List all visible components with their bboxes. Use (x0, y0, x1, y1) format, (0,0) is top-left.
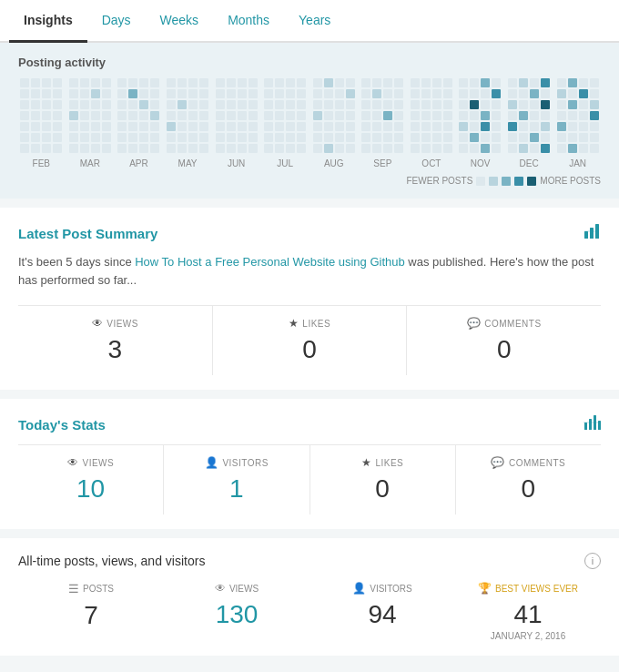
heatmap-cell (80, 78, 89, 87)
heatmap-cell (346, 89, 355, 98)
heatmap-cell (102, 100, 111, 109)
heatmap-cell (264, 122, 273, 131)
heatmap-cell (53, 111, 62, 120)
heatmap-cell (590, 78, 599, 87)
heatmap-cell (372, 89, 381, 98)
heatmap-cell (557, 122, 566, 131)
heatmap-cell (361, 78, 370, 87)
heatmap-cell (372, 144, 381, 153)
heatmap-cell (568, 100, 577, 109)
month-label-jun: JUN (228, 158, 245, 168)
heatmap-cell (238, 122, 247, 131)
tab-insights[interactable]: Insights (9, 0, 87, 43)
heatmap-cell (69, 78, 78, 87)
heatmap-cell (470, 122, 479, 131)
heatmap-cell (346, 111, 355, 120)
heatmap-cell (421, 133, 431, 142)
heatmap-cell (167, 100, 176, 109)
heatmap-cell (178, 89, 187, 98)
heatmap-cell (286, 144, 295, 153)
tab-weeks[interactable]: Weeks (146, 0, 214, 43)
heatmap-cell (443, 133, 452, 142)
heatmap-cell (394, 89, 403, 98)
heatmap-cell (590, 89, 599, 98)
heatmap-cell (372, 100, 381, 109)
heatmap-cell (324, 122, 333, 131)
heatmap-cell (139, 89, 148, 98)
heatmap-cell (481, 122, 490, 131)
heatmap-cell (432, 111, 441, 120)
heatmap-cell (432, 133, 441, 142)
todays-stats-section: Today's Stats 👁 VIEWS 10 👤 VISITORS (0, 399, 619, 529)
month-label-nov: NOV (471, 158, 491, 168)
heatmap-cell (69, 122, 78, 131)
heatmap-cell (459, 89, 468, 98)
tab-days[interactable]: Days (87, 0, 146, 43)
heatmap-cell (249, 133, 258, 142)
heatmap-cell (557, 133, 566, 142)
heatmap-cell (411, 89, 420, 98)
heatmap-cell (557, 111, 566, 120)
svg-rect-4 (584, 423, 587, 430)
legend-cell-0 (476, 177, 485, 186)
heatmap-cell (530, 111, 539, 120)
alltime-posts-item: ☰ POSTS 7 (18, 582, 164, 641)
heatmap-cell (275, 100, 284, 109)
alltime-visitors-label: 👤 VISITORS (352, 582, 412, 595)
heatmap-cell (42, 78, 51, 87)
more-posts-label: MORE POSTS (540, 176, 601, 186)
heatmap-cell (443, 100, 452, 109)
tab-months[interactable]: Months (213, 0, 284, 43)
heatmap-cell (53, 144, 62, 153)
alltime-views-value: 130 (216, 600, 259, 629)
heatmap-cell (579, 111, 588, 120)
latest-views-value: 3 (108, 335, 123, 364)
heatmap-cell (227, 89, 236, 98)
heatmap-cell (443, 89, 452, 98)
heatmap-cell (69, 144, 78, 153)
heatmap-cell (199, 89, 208, 98)
heatmap-cell (178, 111, 187, 120)
heatmap-cell (459, 100, 468, 109)
heatmap-cell (297, 100, 306, 109)
heatmap-cell (579, 100, 588, 109)
heatmap-cell (275, 111, 284, 120)
heatmap-cell (297, 133, 306, 142)
heatmap-cell (335, 122, 344, 131)
heatmap-cell (508, 100, 517, 109)
heatmap-cell (481, 89, 490, 98)
heatmap-month-jan: JAN (554, 78, 601, 168)
heatmap-cell (335, 89, 344, 98)
heatmap-cell (519, 100, 528, 109)
heatmap-cell (275, 89, 284, 98)
heatmap-cell (372, 133, 381, 142)
heatmap-month-oct: OCT (409, 78, 455, 168)
heatmap-cell (264, 133, 273, 142)
heatmap-cell (91, 111, 100, 120)
heatmap-cell (346, 144, 355, 153)
heatmap-cell (324, 78, 333, 87)
heatmap-cell (42, 144, 51, 153)
eye-icon-views: 👁 (92, 317, 104, 330)
heatmap-cell (443, 78, 452, 87)
heatmap-month-may: MAY (165, 78, 211, 168)
heatmap-cell (568, 111, 577, 120)
heatmap-cell (372, 78, 381, 87)
heatmap-cell (80, 133, 89, 142)
heatmap-cell (128, 144, 137, 153)
nav-tabs: Insights Days Weeks Months Years (0, 0, 619, 43)
heatmap-cell (128, 89, 137, 98)
heatmap-cell (139, 133, 148, 142)
heatmap-cell (383, 100, 392, 109)
tab-years[interactable]: Years (284, 0, 345, 43)
heatmap-cell (264, 144, 273, 153)
info-icon[interactable]: i (584, 553, 601, 569)
latest-post-link[interactable]: How To Host a Free Personal Website usin… (135, 255, 405, 269)
heatmap-cell (188, 78, 198, 87)
alltime-stats-row: ☰ POSTS 7 👁 VIEWS 130 👤 VISITORS 94 🏆 BE… (18, 582, 601, 641)
heatmap-cell (102, 133, 111, 142)
latest-comments-value: 0 (497, 335, 512, 364)
today-comments-stat: 💬 COMMENTS 0 (456, 445, 601, 514)
heatmap-cell (335, 100, 344, 109)
heatmap-cell (432, 78, 441, 87)
